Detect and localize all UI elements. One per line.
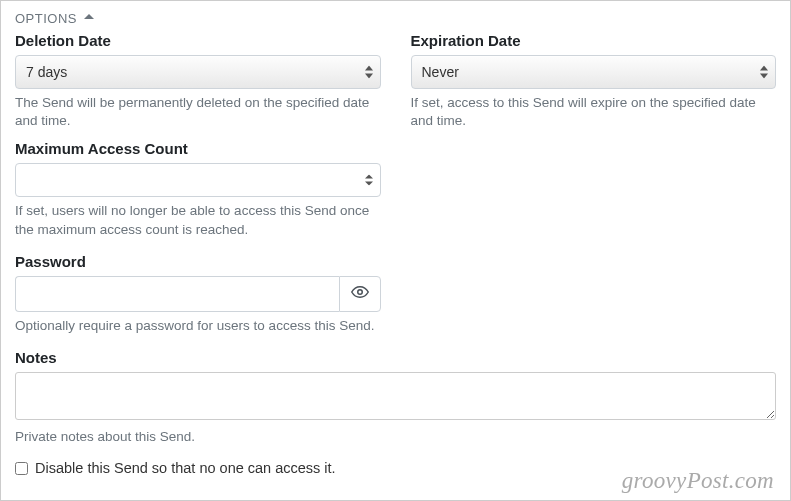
expiration-date-select[interactable]: Never [411,55,777,89]
eye-icon [351,283,369,304]
password-label: Password [15,253,381,270]
expiration-date-help: If set, access to this Send will expire … [411,94,777,130]
password-input[interactable] [15,276,339,312]
max-access-label: Maximum Access Count [15,140,381,157]
expiration-date-label: Expiration Date [411,32,777,49]
svg-point-0 [357,290,362,295]
toggle-password-visibility-button[interactable] [339,276,381,312]
notes-textarea[interactable] [15,372,776,420]
notes-help: Private notes about this Send. [15,428,776,446]
disable-send-checkbox[interactable] [15,462,28,475]
notes-label: Notes [15,349,776,366]
options-toggle[interactable]: OPTIONS [15,11,776,26]
disable-send-label[interactable]: Disable this Send so that no one can acc… [35,460,336,476]
deletion-date-select[interactable]: 7 days [15,55,381,89]
max-access-help: If set, users will no longer be able to … [15,202,381,238]
max-access-input[interactable] [15,163,381,197]
password-help: Optionally require a password for users … [15,317,381,335]
deletion-date-help: The Send will be permanently deleted on … [15,94,381,130]
chevron-up-icon [83,11,95,26]
options-title: OPTIONS [15,11,77,26]
deletion-date-label: Deletion Date [15,32,381,49]
